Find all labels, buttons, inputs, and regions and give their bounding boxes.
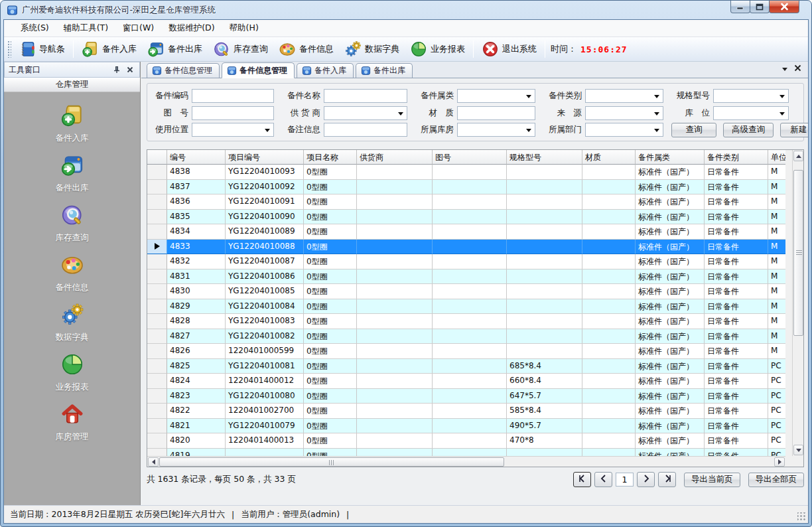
new-button[interactable]: 新建 <box>780 123 809 137</box>
row-selector[interactable] <box>147 224 167 240</box>
menu-item-1[interactable]: 系统(S) <box>13 20 56 37</box>
first-page-button[interactable] <box>573 472 591 487</box>
column-header-编号[interactable]: 编号 <box>167 150 226 165</box>
table-row-4822[interactable]: 482212204010027000型圈585*8.4标准件（国产）日常备件PC <box>147 404 785 419</box>
row-selector[interactable] <box>147 180 167 195</box>
column-header-备件类别[interactable]: 备件类别 <box>705 150 768 165</box>
chevron-down-icon[interactable] <box>782 68 787 71</box>
text-input[interactable] <box>324 123 407 136</box>
row-selector[interactable] <box>147 404 167 419</box>
table-row-4827[interactable]: 4827YG122040100820型圈标准件（国产）日常备件M <box>147 329 785 344</box>
column-header-材质[interactable]: 材质 <box>582 150 636 165</box>
sidebar-item-备件出库[interactable]: 备件出库 <box>4 147 140 197</box>
table-row-4833[interactable]: 4833YG122040100880型圈标准件（国产）日常备件M <box>147 240 785 255</box>
scroll-left-icon[interactable] <box>148 457 159 467</box>
table-row-4830[interactable]: 4830YG122040100850型圈标准件（国产）日常备件M <box>147 284 785 299</box>
row-selector[interactable] <box>147 449 167 457</box>
row-selector[interactable] <box>147 254 167 269</box>
dropdown-所属库房[interactable] <box>457 123 535 137</box>
row-selector[interactable] <box>147 419 167 434</box>
tab-close-icon[interactable] <box>794 64 801 74</box>
dropdown-来源[interactable] <box>585 106 663 120</box>
row-selector[interactable] <box>147 344 167 359</box>
horizontal-scrollbar[interactable] <box>147 456 785 467</box>
scroll-right-icon[interactable] <box>774 457 785 467</box>
table-row-4828[interactable]: 4828YG122040100830型圈标准件（国产）日常备件M <box>147 314 785 329</box>
vertical-scroll-thumb[interactable] <box>793 170 803 336</box>
vertical-scrollbar[interactable] <box>792 150 803 456</box>
text-input-备注信息[interactable] <box>324 123 407 137</box>
dropdown-使用位置[interactable] <box>192 123 274 137</box>
text-input[interactable] <box>458 107 535 119</box>
sidebar-close-icon[interactable] <box>125 64 135 75</box>
column-header-图号[interactable]: 图号 <box>433 150 507 165</box>
tab-备件信息管理-1[interactable]: 备件信息管理 <box>147 63 220 78</box>
row-selector[interactable] <box>147 314 167 329</box>
row-selector[interactable] <box>147 389 167 404</box>
menu-item-3[interactable]: 窗口(W) <box>115 20 161 37</box>
minimize-button[interactable] <box>730 1 750 13</box>
tab-备件入库-3[interactable]: 备件入库 <box>297 63 354 78</box>
column-header-备件属类[interactable]: 备件属类 <box>636 150 705 165</box>
toolbar-button-备件入库[interactable]: 备件入库 <box>76 38 142 60</box>
toolbar-button-备件出库[interactable]: 备件出库 <box>142 38 208 60</box>
tab-备件信息管理-2[interactable]: 备件信息管理 <box>222 62 295 78</box>
toolbar-grip[interactable] <box>7 40 11 58</box>
table-row-4819[interactable]: 48190型圈标准件（国产）日常备件PC <box>147 449 785 457</box>
dropdown-备件属类[interactable] <box>457 89 535 103</box>
row-selector[interactable] <box>147 269 167 285</box>
dropdown-所属部门[interactable] <box>585 123 663 137</box>
column-header-供货商[interactable]: 供货商 <box>357 150 433 165</box>
maximize-button[interactable] <box>750 1 770 13</box>
resize-grip[interactable] <box>797 512 806 521</box>
dropdown-供货商[interactable] <box>324 106 407 120</box>
text-input[interactable] <box>192 107 273 119</box>
table-row-4826[interactable]: 482612204010005990型圈标准件（国产）日常备件M <box>147 344 785 359</box>
export-all-pages-button[interactable]: 导出全部页 <box>748 473 805 487</box>
table-row-4835[interactable]: 4835YG122040100900型圈标准件（国产）日常备件M <box>147 210 785 225</box>
text-input-备件编码[interactable] <box>192 89 274 103</box>
grid-corner-header[interactable] <box>147 150 167 165</box>
row-selector[interactable] <box>147 433 167 449</box>
row-selector[interactable] <box>147 329 167 344</box>
table-row-4825[interactable]: 4825YG122040100810型圈685*8.4标准件（国产）日常备件PC <box>147 359 785 374</box>
table-row-4831[interactable]: 4831YG122040100860型圈标准件（国产）日常备件M <box>147 269 785 285</box>
sidebar-item-数据字典[interactable]: 数据字典 <box>4 297 140 346</box>
row-selector[interactable] <box>147 240 167 255</box>
text-input-材质[interactable] <box>457 106 535 120</box>
text-input[interactable] <box>192 90 273 102</box>
scroll-down-icon[interactable] <box>793 445 803 455</box>
dropdown-备件类别[interactable] <box>585 89 663 103</box>
toolbar-button-业务报表[interactable]: 业务报表 <box>405 38 470 60</box>
pin-icon[interactable] <box>111 64 122 75</box>
table-row-4836[interactable]: 4836YG122040100910型圈标准件（国产）日常备件M <box>147 194 785 210</box>
table-row-4820[interactable]: 482012204014000130型圈470*8标准件（国产）日常备件PC <box>147 433 785 449</box>
page-number-input[interactable] <box>616 473 634 487</box>
toolbar-button-备件信息[interactable]: 备件信息 <box>273 38 339 60</box>
row-selector[interactable] <box>147 210 167 225</box>
text-input-图号[interactable] <box>192 106 274 120</box>
row-selector[interactable] <box>147 284 167 299</box>
horizontal-scroll-thumb[interactable] <box>159 457 504 467</box>
menu-item-4[interactable]: 数据维护(D) <box>161 20 222 37</box>
dropdown-规格型号[interactable] <box>713 89 789 103</box>
row-selector[interactable] <box>147 194 167 210</box>
sidebar-item-备件信息[interactable]: 备件信息 <box>4 247 140 297</box>
advanced-query-button[interactable]: 高级查询 <box>723 123 774 137</box>
sidebar-item-库存查询[interactable]: 库存查询 <box>4 197 140 247</box>
menu-item-5[interactable]: 帮助(H) <box>222 20 266 37</box>
sidebar-item-业务报表[interactable]: 业务报表 <box>4 346 140 396</box>
next-page-button[interactable] <box>637 472 655 487</box>
row-selector[interactable] <box>147 165 167 180</box>
table-row-4832[interactable]: 4832YG122040100870型圈标准件（国产）日常备件M <box>147 254 785 269</box>
table-row-4838[interactable]: 4838YG122040100930型圈标准件（国产）日常备件M <box>147 165 785 180</box>
scroll-up-icon[interactable] <box>793 151 803 161</box>
sidebar-item-备件入库[interactable]: 备件入库 <box>4 98 140 147</box>
toolbar-button-导航条[interactable]: 导航条 <box>13 38 70 60</box>
dropdown-库位[interactable] <box>713 106 789 120</box>
column-header-项目名称[interactable]: 项目名称 <box>304 150 357 165</box>
row-selector[interactable] <box>147 299 167 315</box>
sidebar-item-库房管理[interactable]: 库房管理 <box>4 396 140 446</box>
export-current-page-button[interactable]: 导出当前页 <box>684 473 740 487</box>
prev-page-button[interactable] <box>594 472 612 487</box>
